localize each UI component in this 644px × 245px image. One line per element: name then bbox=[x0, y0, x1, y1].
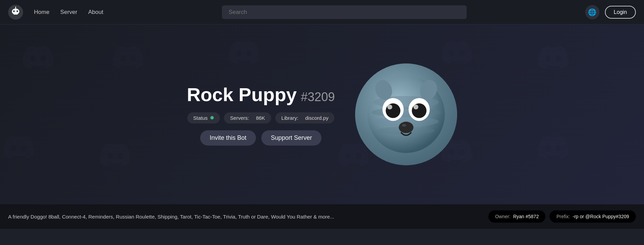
support-server-button[interactable]: Support Server bbox=[261, 130, 321, 146]
footer-description: A friendly Doggo! 8ball, Connect-4, Remi… bbox=[8, 214, 480, 220]
servers-badge: Servers: 86K bbox=[224, 112, 271, 124]
prefix-label: Prefix: bbox=[556, 214, 570, 219]
status-label: Status bbox=[193, 115, 208, 121]
svg-point-19 bbox=[399, 122, 414, 133]
search-input[interactable] bbox=[222, 5, 467, 19]
library-value: discord.py bbox=[305, 115, 328, 121]
owner-badge: Owner: Ryan #5872 bbox=[488, 210, 546, 223]
translate-icon: 🌐 bbox=[588, 8, 596, 16]
avatar-inner bbox=[355, 63, 457, 165]
bot-avatar-svg bbox=[365, 74, 447, 155]
status-badge: Status bbox=[187, 112, 220, 124]
servers-label: Servers: bbox=[230, 115, 249, 121]
bot-title: Rock Puppy #3209 bbox=[187, 83, 335, 106]
owner-label: Owner: bbox=[495, 214, 510, 219]
prefix-value: -rp or @Rock Puppy#3209 bbox=[573, 214, 629, 219]
nav-server[interactable]: Server bbox=[60, 7, 77, 17]
owner-value: Ryan #5872 bbox=[513, 214, 539, 219]
svg-point-2 bbox=[13, 10, 15, 12]
nav-home[interactable]: Home bbox=[34, 7, 49, 17]
footer-bar: A friendly Doggo! 8ball, Connect-4, Remi… bbox=[0, 204, 644, 229]
bot-stats: Status Servers: 86K Library: discord.py bbox=[187, 112, 335, 124]
site-logo[interactable] bbox=[8, 5, 23, 20]
login-button[interactable]: Login bbox=[605, 6, 636, 19]
hero-section: Rock Puppy #3209 Status Servers: 86K Lib… bbox=[0, 24, 644, 204]
servers-value: 86K bbox=[256, 115, 265, 121]
navbar: Home Server About 🌐 Login bbox=[0, 0, 644, 24]
hero-content: Rock Puppy #3209 Status Servers: 86K Lib… bbox=[160, 50, 485, 179]
watermark-6 bbox=[0, 129, 37, 166]
search-wrap bbox=[114, 5, 574, 19]
svg-point-6 bbox=[15, 6, 16, 7]
bot-name-text: Rock Puppy bbox=[187, 83, 297, 106]
svg-rect-4 bbox=[14, 14, 18, 15]
watermark-2 bbox=[109, 39, 147, 76]
bot-info: Rock Puppy #3209 Status Servers: 86K Lib… bbox=[187, 83, 335, 146]
bot-actions: Invite this Bot Support Server bbox=[200, 130, 321, 146]
library-label: Library: bbox=[281, 115, 298, 121]
status-dot bbox=[210, 116, 214, 119]
library-badge: Library: discord.py bbox=[275, 112, 335, 124]
nav-links: Home Server About bbox=[34, 7, 103, 17]
svg-point-3 bbox=[17, 10, 18, 12]
bot-discriminator: #3209 bbox=[301, 90, 335, 104]
navbar-right: 🌐 Login bbox=[585, 5, 636, 19]
footer-badges: Owner: Ryan #5872 Prefix: -rp or @Rock P… bbox=[488, 210, 636, 223]
svg-point-17 bbox=[387, 105, 392, 109]
invite-bot-button[interactable]: Invite this Bot bbox=[200, 130, 256, 146]
translate-button[interactable]: 🌐 bbox=[585, 5, 599, 19]
watermark-10 bbox=[535, 129, 572, 166]
svg-point-10 bbox=[371, 108, 441, 117]
watermark-1 bbox=[19, 39, 57, 76]
svg-point-20 bbox=[402, 124, 406, 127]
nav-about[interactable]: About bbox=[88, 7, 103, 17]
bot-avatar bbox=[355, 63, 457, 165]
svg-point-18 bbox=[414, 105, 418, 109]
prefix-badge: Prefix: -rp or @Rock Puppy#3209 bbox=[550, 210, 636, 223]
watermark-7 bbox=[97, 136, 134, 173]
watermark-5 bbox=[535, 39, 572, 76]
